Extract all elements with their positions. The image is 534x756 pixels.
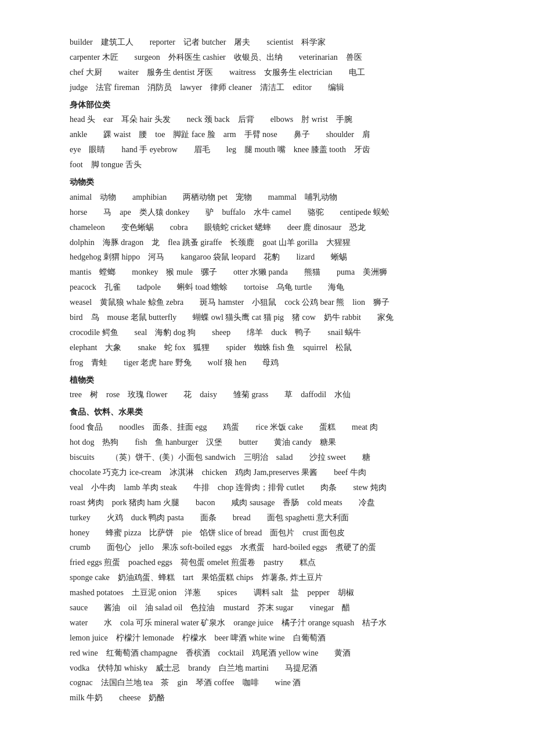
animal-line-11: elephant 大象 snake 蛇 fox 狐狸 spider 蜘蛛 fis… xyxy=(70,340,464,355)
animal-line-12: frog 青蛙 tiger 老虎 hare 野兔 wolf 狼 hen 母鸡 xyxy=(70,355,464,370)
food-line-1: food 食品 noodles 面条、挂面 egg 鸡蛋 rice 米饭 cak… xyxy=(70,420,464,435)
food-line-12: mashed potatoes 土豆泥 onion 洋葱 spices 调料 s… xyxy=(70,585,464,600)
food-line-9: crumb 面包心 jello 果冻 soft-boiled eggs 水煮蛋 … xyxy=(70,540,464,555)
animal-line-3: chameleon 变色蜥蜴 cobra 眼镜蛇 cricket 蟋蟀 deer… xyxy=(70,220,464,235)
food-line-4: chocolate 巧克力 ice-cream 冰淇淋 chicken 鸡肉 J… xyxy=(70,465,464,480)
body-line-1: head 头 ear 耳朵 hair 头发 neck 颈 back 后背 elb… xyxy=(70,112,464,127)
animal-line-6: mantis 螳螂 monkey 猴 mule 骡子 otter 水獭 pand… xyxy=(70,265,464,280)
food-line-15: lemon juice 柠檬汁 lemonade 柠檬水 beer 啤酒 whi… xyxy=(70,631,464,646)
plant-header: 植物类 xyxy=(70,373,464,388)
animal-line-2: horse 马 ape 类人猿 donkey 驴 buffalo 水牛 came… xyxy=(70,205,464,220)
animal-line-5: hedgehog 刺猬 hippo 河马 kangaroo 袋鼠 leopard… xyxy=(70,250,464,265)
food-header: 食品、饮料、水果类 xyxy=(70,405,464,420)
food-line-3: biscuits （英）饼干、(美）小面包 sandwich 三明治 salad… xyxy=(70,450,464,465)
food-line-11: sponge cake 奶油鸡蛋、蜂糕 tart 果馅蛋糕 chips 炸薯条,… xyxy=(70,570,464,585)
body-line-4: foot 脚 tongue 舌头 xyxy=(70,157,464,172)
animal-line-8: weasel 黄鼠狼 whale 鲸鱼 zebra 斑马 hamster 小狙鼠… xyxy=(70,295,464,310)
page-content: builder 建筑工人 reporter 记者 butcher 屠夫 scie… xyxy=(70,35,464,705)
animal-header: 动物类 xyxy=(70,175,464,190)
animal-line-9: bird 鸟 mouse 老鼠 butterfly 蝴蝶 owl 猫头鹰 cat… xyxy=(70,310,464,325)
animal-line-10: crocodile 鳄鱼 seal 海豹 dog 狗 sheep 绵羊 duck… xyxy=(70,325,464,340)
food-line-10: fried eggs 煎蛋 poached eggs 荷包蛋 omelet 煎蛋… xyxy=(70,555,464,570)
food-line-2: hot dog 热狗 fish 鱼 hanburger 汉堡 butter 黄油… xyxy=(70,435,464,450)
jobs-line-3: chef 大厨 waiter 服务生 dentist 牙医 waitress 女… xyxy=(70,65,464,80)
food-line-7: turkey 火鸡 duck 鸭肉 pasta 面条 bread 面包 spag… xyxy=(70,510,464,525)
jobs-line-2: carpenter 木匠 surgeon 外科医生 cashier 收银员、出纳… xyxy=(70,50,464,65)
body-line-2: ankle 踝 waist 腰 toe 脚趾 face 脸 arm 手臂 nos… xyxy=(70,127,464,142)
food-line-18: cognac 法国白兰地 tea 茶 gin 琴酒 coffee 咖啡 wine… xyxy=(70,675,464,690)
food-section: 食品、饮料、水果类 food 食品 noodles 面条、挂面 egg 鸡蛋 r… xyxy=(70,405,464,705)
food-line-5: veal 小牛肉 lamb 羊肉 steak 牛排 chop 连骨肉；排骨 cu… xyxy=(70,480,464,495)
food-line-16: red wine 红葡萄酒 champagne 香槟酒 cocktail 鸡尾酒… xyxy=(70,646,464,661)
food-line-19: milk 牛奶 cheese 奶酪 xyxy=(70,690,464,705)
jobs-line-4: judge 法官 fireman 消防员 lawyer 律师 cleaner 清… xyxy=(70,80,464,95)
animal-line-7: peacock 孔雀 tadpole 蝌蚪 toad 蟾蜍 tortoise 乌… xyxy=(70,280,464,295)
food-line-14: water 水 cola 可乐 mineral water 矿泉水 orange… xyxy=(70,615,464,631)
food-line-6: roast 烤肉 pork 猪肉 ham 火腿 bacon 咸肉 sausage… xyxy=(70,495,464,510)
plant-line-1: tree 树 rose 玫瑰 flower 花 daisy 雏菊 grass 草… xyxy=(70,387,464,402)
body-section: 身体部位类 head 头 ear 耳朵 hair 头发 neck 颈 back … xyxy=(70,98,464,172)
food-line-17: vodka 伏特加 whisky 威士忌 brandy 白兰地 martini … xyxy=(70,661,464,676)
body-header: 身体部位类 xyxy=(70,98,464,113)
food-line-8: honey 蜂蜜 pizza 比萨饼 pie 馅饼 slice of bread… xyxy=(70,525,464,541)
jobs-line-1: builder 建筑工人 reporter 记者 butcher 屠夫 scie… xyxy=(70,35,464,50)
animal-line-1: animal 动物 amphibian 两栖动物 pet 宠物 mammal 哺… xyxy=(70,190,464,205)
animal-line-4: dolphin 海豚 dragon 龙 flea 跳蚤 giraffe 长颈鹿 … xyxy=(70,235,464,250)
body-line-3: eye 眼睛 hand 手 eyebrow 眉毛 leg 腿 mouth 嘴 k… xyxy=(70,142,464,157)
food-line-13: sauce 酱油 oil 油 salad oil 色拉油 mustard 芥末 … xyxy=(70,600,464,615)
animal-section: 动物类 animal 动物 amphibian 两栖动物 pet 宠物 mamm… xyxy=(70,175,464,370)
plant-section: 植物类 tree 树 rose 玫瑰 flower 花 daisy 雏菊 gra… xyxy=(70,373,464,403)
jobs-section: builder 建筑工人 reporter 记者 butcher 屠夫 scie… xyxy=(70,35,464,95)
